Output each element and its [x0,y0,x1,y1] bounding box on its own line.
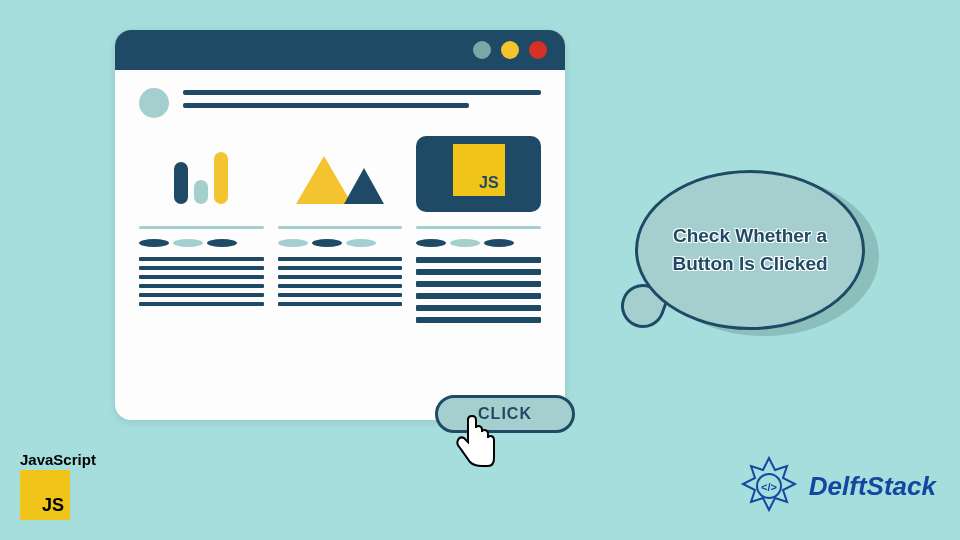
column [278,226,403,329]
card-row: JS [139,136,541,212]
bar-icon [194,180,208,204]
window-content: JS [115,70,565,347]
header-row [139,88,541,118]
close-dot[interactable] [529,41,547,59]
mountain-card [278,136,403,212]
brand-name: DelftStack [809,471,936,502]
browser-window: JS [115,30,565,420]
js-shield-icon: JS [453,144,505,196]
bar-icon [214,152,228,204]
header-lines [183,90,541,116]
column [139,226,264,329]
bar-chart-card [139,136,264,212]
javascript-logo: JavaScript JS [20,451,96,520]
column [416,226,541,329]
js-logo-title: JavaScript [20,451,96,468]
minimize-dot[interactable] [473,41,491,59]
svg-text:</>: </> [761,481,777,493]
js-logo-icon: JS [20,470,70,520]
columns-row [139,226,541,329]
delftstack-logo: </> DelftStack [737,454,936,518]
avatar-icon [139,88,169,118]
window-titlebar [115,30,565,70]
speech-bubble: Check Whether aButton Is Clicked [635,170,890,350]
mandala-icon: </> [737,454,801,518]
bar-icon [174,162,188,204]
js-card: JS [416,136,541,212]
bubble-text: Check Whether aButton Is Clicked [672,222,827,279]
pointer-cursor-icon [450,410,500,470]
triangle-icon [344,168,384,204]
maximize-dot[interactable] [501,41,519,59]
